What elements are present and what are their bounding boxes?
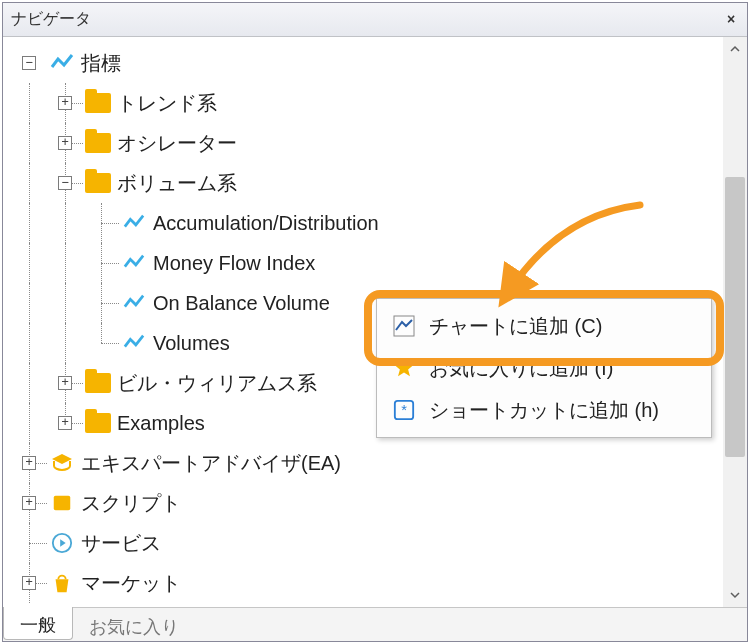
titlebar: ナビゲータ ×: [3, 3, 747, 37]
chevron-up-icon[interactable]: [723, 37, 747, 61]
tree-node-indicators[interactable]: 指標: [11, 43, 717, 83]
tree-label: ビル・ウィリアムス系: [117, 370, 317, 397]
tree-label: Accumulation/Distribution: [153, 212, 379, 235]
tree-label: マーケット: [81, 570, 181, 597]
tree-node-oscillator[interactable]: オシレーター: [11, 123, 717, 163]
tree-node-ad[interactable]: Accumulation/Distribution: [11, 203, 717, 243]
indicator-icon: [49, 50, 75, 76]
scrollbar-thumb[interactable]: [725, 177, 745, 457]
tree-node-ea[interactable]: エキスパートアドバイザ(EA): [11, 443, 717, 483]
tree-label: スクリプト: [81, 490, 181, 517]
graduation-cap-icon: [49, 450, 75, 476]
context-menu: チャートに追加 (C) お気に入りに追加 (f) * ショートカットに追加 (h…: [376, 298, 712, 438]
tree-node-volume[interactable]: ボリューム系: [11, 163, 717, 203]
expander-icon[interactable]: [22, 456, 36, 470]
expander-icon[interactable]: [58, 136, 72, 150]
expander-icon[interactable]: [58, 416, 72, 430]
tree-node-script[interactable]: スクリプト: [11, 483, 717, 523]
window-title: ナビゲータ: [11, 9, 721, 30]
tree-label: Money Flow Index: [153, 252, 315, 275]
svg-text:*: *: [401, 402, 407, 418]
indicator-icon: [121, 210, 147, 236]
folder-icon: [85, 170, 111, 196]
svg-rect-2: [394, 316, 414, 336]
tree-node-service[interactable]: サービス: [11, 523, 717, 563]
tree-node-trend[interactable]: トレンド系: [11, 83, 717, 123]
tree-node-market[interactable]: マーケット: [11, 563, 717, 603]
tree-label: ボリューム系: [117, 170, 237, 197]
folder-icon: [85, 130, 111, 156]
folder-icon: [85, 370, 111, 396]
chevron-down-icon[interactable]: [723, 583, 747, 607]
menu-label: お気に入りに追加 (f): [429, 355, 613, 382]
expander-icon[interactable]: [58, 376, 72, 390]
indicator-icon: [121, 290, 147, 316]
asterisk-icon: *: [391, 397, 417, 423]
tree-label: Examples: [117, 412, 205, 435]
star-icon: [391, 355, 417, 381]
expander-icon[interactable]: [22, 496, 36, 510]
folder-icon: [85, 90, 111, 116]
expander-icon[interactable]: [22, 576, 36, 590]
menu-label: チャートに追加 (C): [429, 313, 602, 340]
tree-label: サービス: [81, 530, 161, 557]
folder-icon: [85, 410, 111, 436]
tree-label: 指標: [81, 50, 121, 77]
expander-icon[interactable]: [22, 56, 36, 70]
menu-add-shortcut[interactable]: * ショートカットに追加 (h): [377, 389, 711, 431]
tab-label: お気に入り: [89, 615, 179, 639]
tree-label: オシレーター: [117, 130, 237, 157]
menu-label: ショートカットに追加 (h): [429, 397, 659, 424]
indicator-icon: [121, 250, 147, 276]
tab-general[interactable]: 一般: [3, 607, 73, 640]
menu-add-to-chart[interactable]: チャートに追加 (C): [377, 305, 711, 347]
vertical-scrollbar[interactable]: [723, 37, 747, 607]
menu-add-to-favorites[interactable]: お気に入りに追加 (f): [377, 347, 711, 389]
tree-label: エキスパートアドバイザ(EA): [81, 450, 341, 477]
expander-icon[interactable]: [58, 96, 72, 110]
tab-label: 一般: [20, 613, 56, 637]
play-icon: [49, 530, 75, 556]
script-icon: [49, 490, 75, 516]
expander-icon[interactable]: [58, 176, 72, 190]
close-icon[interactable]: ×: [721, 10, 741, 30]
tree-label: Volumes: [153, 332, 230, 355]
tree-node-mfi[interactable]: Money Flow Index: [11, 243, 717, 283]
tree-label: トレンド系: [117, 90, 217, 117]
tab-favorites[interactable]: お気に入り: [73, 608, 195, 641]
indicator-icon: [121, 330, 147, 356]
bottom-tabs: 一般 お気に入り: [3, 607, 747, 641]
svg-rect-0: [54, 496, 71, 511]
chart-line-icon: [391, 313, 417, 339]
shopping-bag-icon: [49, 570, 75, 596]
tree-label: On Balance Volume: [153, 292, 330, 315]
